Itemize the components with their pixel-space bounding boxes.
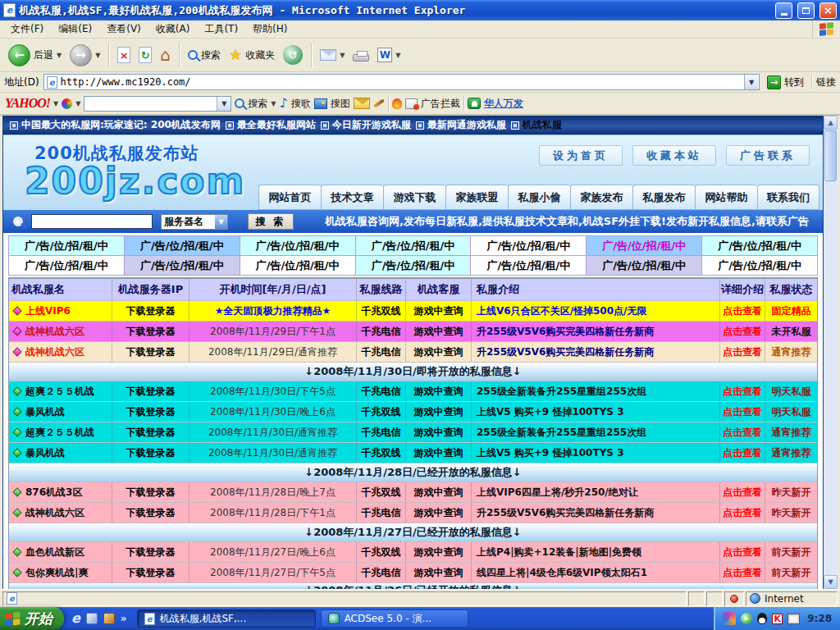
stop-button[interactable]: ×: [114, 45, 134, 65]
promo-link[interactable]: 华人万发: [484, 97, 523, 111]
address-dropdown-button[interactable]: ▼: [744, 75, 758, 89]
scroll-thumb[interactable]: [824, 130, 837, 181]
yahoo-song-label[interactable]: 搜歌: [291, 97, 311, 111]
header-button[interactable]: 广告联系: [726, 145, 810, 166]
download-link-cell[interactable]: 下载登录器: [112, 342, 189, 362]
ad-slot[interactable]: 广/告/位/招/租/中: [586, 235, 702, 256]
quicklaunch-app-icon[interactable]: [103, 613, 115, 624]
history-button[interactable]: ↺: [280, 43, 306, 66]
nav-tab[interactable]: 私服发布: [632, 185, 695, 210]
header-button[interactable]: 收藏本站: [632, 145, 716, 166]
go-button[interactable]: → 转到: [764, 75, 807, 90]
task-button-acdsee[interactable]: ACDSee 5.0 - 演...: [321, 609, 468, 628]
ad-slot[interactable]: 广/告/位/招/租/中: [124, 235, 240, 256]
detail-link-cell[interactable]: 点击查看: [720, 482, 765, 502]
edit-word-button[interactable]: W ▼: [374, 46, 404, 64]
yahoo-mail-icon[interactable]: [354, 98, 370, 109]
scroll-down-button[interactable]: ▼: [824, 575, 838, 589]
close-button[interactable]: ×: [819, 2, 837, 19]
detail-link-cell[interactable]: 点击查看: [720, 542, 765, 562]
yahoo-dropdown-icon[interactable]: ▼: [53, 100, 58, 107]
nav-tab[interactable]: 联系我们: [757, 185, 819, 210]
ad-slot[interactable]: 广/告/位/招/租/中: [470, 255, 587, 276]
scroll-up-button[interactable]: ▲: [824, 116, 838, 130]
back-button[interactable]: ← 后退 ▼: [5, 43, 65, 68]
server-name-cell[interactable]: 超爽２５５机战: [9, 422, 112, 442]
pinwheel-dropdown-icon[interactable]: ▼: [75, 100, 80, 107]
word-dropdown-icon[interactable]: ▼: [395, 52, 400, 59]
server-name-cell[interactable]: 上线VIP6: [9, 301, 112, 321]
ad-slot[interactable]: 广/告/位/招/租/中: [470, 235, 587, 256]
detail-link-cell[interactable]: 点击查看: [720, 381, 765, 401]
title-bar[interactable]: e 机战私服,机战SF,最好机战私服,200机战私服发布网 - Microsof…: [0, 0, 840, 21]
forward-dropdown-icon[interactable]: ▼: [95, 52, 100, 59]
server-name-cell[interactable]: 包你爽机战|爽: [9, 563, 112, 582]
site-logo[interactable]: 200jz.com: [25, 160, 245, 202]
menu-item[interactable]: 查看(V): [99, 21, 148, 38]
quicklaunch-more-chevron[interactable]: »: [121, 613, 127, 624]
address-input[interactable]: e http://www.mc1920.com/ ▼: [43, 74, 760, 90]
download-link-cell[interactable]: 下载登录器: [112, 422, 189, 442]
server-name-cell[interactable]: 战神机战六区: [9, 322, 112, 341]
server-name-cell[interactable]: 战神机战六区: [9, 342, 112, 362]
start-button[interactable]: 开始: [0, 607, 64, 630]
server-name-cell[interactable]: 战神机战六区: [9, 503, 112, 523]
server-name-cell[interactable]: 暴风机战: [9, 402, 112, 422]
detail-link-cell[interactable]: 点击查看: [720, 301, 765, 321]
server-name-cell[interactable]: 876机战3区: [9, 482, 112, 502]
quicklaunch-desktop-icon[interactable]: [86, 613, 98, 624]
nav-tab[interactable]: 家族发布: [570, 185, 632, 210]
ad-slot[interactable]: 广/告/位/招/租/中: [701, 255, 818, 276]
download-link-cell[interactable]: 下载登录器: [112, 503, 189, 523]
nav-tab[interactable]: 家族联盟: [445, 185, 508, 210]
ad-slot[interactable]: 广/告/位/招/租/中: [240, 255, 356, 276]
server-type-select[interactable]: 服务器名 ▼: [161, 214, 228, 230]
detail-link-cell[interactable]: 点击查看: [720, 422, 765, 442]
nav-tab[interactable]: 游戏下载: [383, 185, 445, 210]
server-name-cell[interactable]: 超爽２５５机战: [9, 381, 112, 401]
detail-link-cell[interactable]: 点击查看: [720, 402, 765, 422]
scroll-track[interactable]: [824, 182, 838, 575]
ad-slot[interactable]: 广/告/位/招/租/中: [586, 255, 702, 276]
taskbar-app-icon[interactable]: [723, 612, 736, 625]
minimize-button[interactable]: [775, 2, 792, 19]
tray-qq-icon[interactable]: [757, 613, 767, 624]
adblock-label[interactable]: 广告拦截: [421, 97, 460, 111]
detail-link-cell[interactable]: 点击查看: [720, 503, 765, 523]
menu-item[interactable]: 文件(F): [3, 21, 51, 38]
detail-link-cell[interactable]: 点击查看: [720, 342, 765, 362]
ad-slot[interactable]: 广/告/位/招/租/中: [8, 235, 125, 256]
tray-ime-icon[interactable]: [788, 614, 800, 624]
download-link-cell[interactable]: 下载登录器: [112, 381, 189, 401]
download-link-cell[interactable]: 下载登录器: [112, 542, 189, 562]
download-link-cell[interactable]: 下载登录器: [112, 482, 189, 502]
detail-link-cell[interactable]: 点击查看: [720, 322, 765, 341]
menu-item[interactable]: 工具(T): [197, 21, 245, 38]
server-name-cell[interactable]: 暴风机战: [9, 443, 112, 463]
brush-icon[interactable]: [373, 98, 385, 107]
download-link-cell[interactable]: 下载登录器: [112, 301, 189, 321]
refresh-button[interactable]: ↻: [135, 45, 155, 65]
nav-tab[interactable]: 网站首页: [258, 185, 321, 210]
restore-button[interactable]: [797, 2, 815, 19]
header-button[interactable]: 设为首页: [539, 145, 623, 166]
ad-slot[interactable]: 广/告/位/招/租/中: [8, 255, 125, 276]
detail-link-cell[interactable]: 点击查看: [720, 563, 765, 582]
yahoo-input-dropdown[interactable]: ▼: [217, 97, 231, 111]
nav-tab[interactable]: 技术文章: [321, 185, 383, 210]
server-name-cell[interactable]: 血色机战新区: [9, 542, 112, 562]
forward-button[interactable]: → ▼: [66, 43, 103, 68]
ad-slot[interactable]: 广/告/位/招/租/中: [240, 235, 356, 256]
ad-slot[interactable]: 广/告/位/招/租/中: [355, 255, 472, 276]
mail-dropdown-icon[interactable]: ▼: [340, 52, 345, 59]
tray-media-icon[interactable]: ▶: [741, 613, 752, 624]
yahoo-search-dropdown[interactable]: ▼: [271, 100, 276, 107]
detail-link-cell[interactable]: 点击查看: [720, 443, 765, 463]
server-search-button[interactable]: 搜 索: [248, 213, 294, 230]
task-button-ie[interactable]: e 机战私服,机战SF,...: [137, 609, 316, 628]
ad-slot[interactable]: 广/告/位/招/租/中: [701, 235, 818, 256]
quicklaunch-ie-icon[interactable]: e: [71, 612, 80, 625]
download-link-cell[interactable]: 下载登录器: [112, 322, 189, 341]
yahoo-logo[interactable]: YAHOO!: [5, 96, 50, 111]
vertical-scrollbar[interactable]: ▲ ▼: [824, 116, 838, 589]
